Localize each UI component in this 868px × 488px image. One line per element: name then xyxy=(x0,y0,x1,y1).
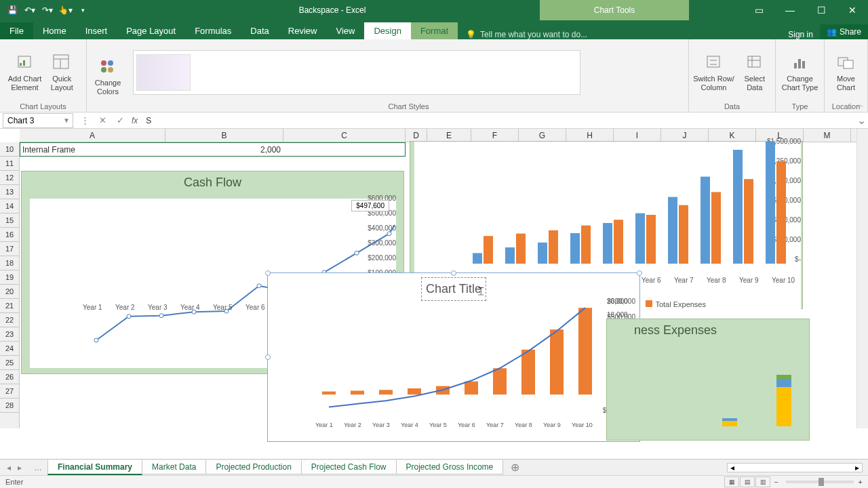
move-chart-button[interactable]: Move Chart xyxy=(830,52,863,92)
row-header[interactable]: 21 xyxy=(0,299,19,313)
add-sheet-button[interactable]: ⊕ xyxy=(502,461,528,474)
row-header[interactable]: 25 xyxy=(0,356,19,370)
row-header[interactable]: 15 xyxy=(0,214,19,228)
sheet-tab[interactable]: Projected Cash Flow xyxy=(301,460,397,474)
zoom-out-button[interactable]: − xyxy=(774,478,778,486)
chart-expenses[interactable]: ness Expenses xyxy=(606,319,810,441)
add-chart-element-button[interactable]: Add Chart Element xyxy=(8,52,42,92)
row-header[interactable]: 11 xyxy=(0,157,19,171)
row-header[interactable]: 24 xyxy=(0,342,19,356)
data-label: $497,600 xyxy=(351,200,389,211)
column-header[interactable]: E xyxy=(427,129,471,142)
row-header[interactable]: 18 xyxy=(0,256,19,270)
normal-view-button[interactable]: ▦ xyxy=(724,476,739,487)
row-header[interactable]: 28 xyxy=(0,399,19,413)
column-header[interactable]: I xyxy=(614,129,661,142)
row-header[interactable]: 12 xyxy=(0,171,19,185)
change-colors-button[interactable]: Change Colors xyxy=(92,56,124,96)
tab-data[interactable]: Data xyxy=(241,22,278,39)
switch-row-column-button[interactable]: Switch Row/ Column xyxy=(693,52,734,92)
tab-design[interactable]: Design xyxy=(364,22,410,39)
row-header[interactable]: 17 xyxy=(0,242,19,256)
tab-view[interactable]: View xyxy=(326,22,364,39)
row-header[interactable]: 27 xyxy=(0,384,19,399)
selection-handle[interactable] xyxy=(637,270,642,276)
svg-rect-18 xyxy=(844,60,853,68)
column-header[interactable]: K xyxy=(709,129,756,142)
selection-handle[interactable] xyxy=(265,270,271,276)
horizontal-scrollbar[interactable]: ◂▸ xyxy=(528,463,868,472)
row-header[interactable]: 20 xyxy=(0,285,19,299)
sheet-tab[interactable]: Financial Summary xyxy=(47,460,142,475)
undo-icon[interactable]: ↶▾ xyxy=(22,3,38,18)
row-header[interactable]: 13 xyxy=(0,185,19,199)
fx-icon[interactable]: fx xyxy=(129,116,140,125)
tell-me-search[interactable]: 💡Tell me what you want to do... xyxy=(458,30,781,39)
close-icon[interactable]: ✕ xyxy=(837,0,868,20)
qat-customize-icon[interactable]: ▾ xyxy=(75,3,91,18)
cell-grid[interactable]: Internal Frame 2,000 Cash Flow $600,000$… xyxy=(20,142,856,428)
minimize-icon[interactable]: — xyxy=(774,0,806,20)
column-header[interactable]: H xyxy=(566,129,614,142)
tab-format[interactable]: Format xyxy=(411,22,458,39)
collapse-ribbon-icon[interactable]: ︿ xyxy=(856,99,864,110)
chart-styles-gallery[interactable] xyxy=(133,50,580,95)
svg-rect-63 xyxy=(776,379,791,387)
change-chart-type-button[interactable]: Change Chart Type xyxy=(782,52,818,92)
chart-title-editing[interactable]: Chart Title xyxy=(421,277,486,301)
cancel-formula-button[interactable]: ✕ xyxy=(94,115,111,125)
sheet-tab[interactable]: Projected Production xyxy=(205,460,301,474)
ribbon-display-options-icon[interactable]: ▭ xyxy=(743,0,774,20)
row-header[interactable]: 23 xyxy=(0,327,19,342)
worksheet-area: ABCDEFGHIJKLM 10111213141516171819202122… xyxy=(0,129,868,428)
chevron-down-icon[interactable]: ▼ xyxy=(63,117,73,124)
tab-review[interactable]: Review xyxy=(279,22,327,39)
share-button[interactable]: 👥Share xyxy=(820,24,868,39)
tab-insert[interactable]: Insert xyxy=(76,22,117,39)
quick-layout-button[interactable]: Quick Layout xyxy=(45,52,78,92)
svg-point-24 xyxy=(257,284,261,288)
column-header[interactable]: J xyxy=(661,129,709,142)
maximize-icon[interactable]: ☐ xyxy=(806,0,837,20)
tab-file[interactable]: File xyxy=(0,22,33,39)
touch-mode-icon[interactable]: 👆▾ xyxy=(57,3,73,18)
zoom-in-button[interactable]: + xyxy=(859,478,863,486)
svg-rect-10 xyxy=(707,56,719,67)
selection-handle[interactable] xyxy=(451,270,456,276)
save-icon[interactable]: 💾 xyxy=(4,3,20,18)
column-header[interactable]: C xyxy=(283,129,406,142)
tab-home[interactable]: Home xyxy=(33,22,76,39)
page-layout-view-button[interactable]: ▤ xyxy=(740,476,755,487)
row-header[interactable]: 16 xyxy=(0,228,19,242)
page-break-view-button[interactable]: ▥ xyxy=(755,476,770,487)
svg-rect-40 xyxy=(635,214,645,264)
select-data-button[interactable]: Select Data xyxy=(738,52,771,92)
sheet-tab[interactable]: Market Data xyxy=(142,460,206,474)
column-header[interactable]: B xyxy=(165,129,283,142)
column-header[interactable]: D xyxy=(406,129,427,142)
redo-icon[interactable]: ↷▾ xyxy=(39,3,56,18)
tab-formulas[interactable]: Formulas xyxy=(185,22,241,39)
column-header[interactable]: M xyxy=(804,129,851,142)
sign-in-link[interactable]: Sign in xyxy=(781,30,820,39)
accept-formula-button[interactable]: ✓ xyxy=(111,115,129,125)
row-header[interactable]: 19 xyxy=(0,270,19,285)
row-header[interactable]: 22 xyxy=(0,313,19,327)
column-header[interactable]: F xyxy=(471,129,519,142)
column-header[interactable]: A xyxy=(20,129,165,142)
row-header[interactable]: 10 xyxy=(0,142,19,157)
vertical-scrollbar[interactable] xyxy=(856,129,868,428)
zoom-slider[interactable] xyxy=(786,481,854,483)
row-header[interactable]: 26 xyxy=(0,370,19,384)
selection-handle[interactable] xyxy=(265,354,271,360)
row-header[interactable]: 14 xyxy=(0,199,19,214)
formula-input[interactable]: S xyxy=(140,116,854,125)
name-box[interactable]: Chart 3▼ xyxy=(3,113,73,128)
sheet-nav[interactable]: ◂▸ xyxy=(0,463,28,472)
tab-page-layout[interactable]: Page Layout xyxy=(117,22,185,39)
chart-style-thumbnail[interactable] xyxy=(136,54,191,91)
expand-formula-bar-icon[interactable]: ⌄ xyxy=(854,114,868,127)
sheet-tab[interactable]: Projected Gross Income xyxy=(396,460,504,474)
chart-selected-combo[interactable]: Chart Title ⌶ $600,000$500,000$400,000$3… xyxy=(267,272,640,442)
column-header[interactable]: G xyxy=(519,129,566,142)
